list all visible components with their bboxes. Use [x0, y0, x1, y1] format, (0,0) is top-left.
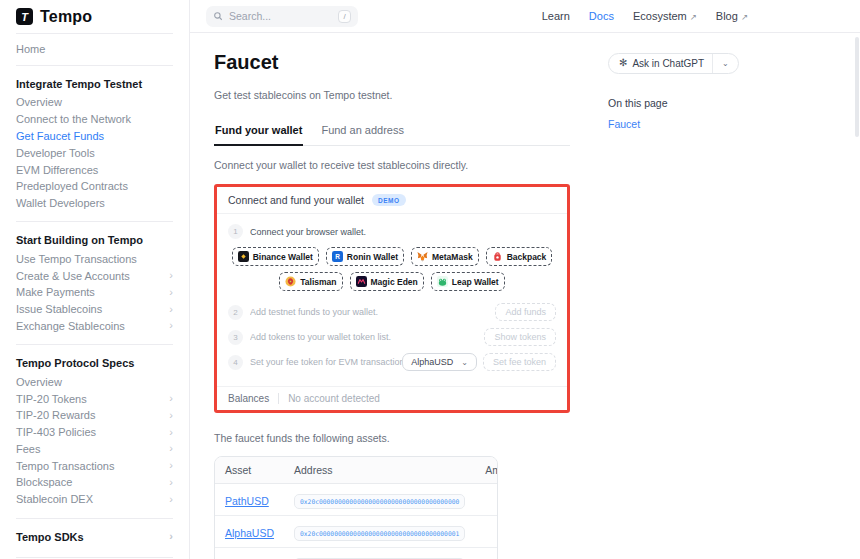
sidebar-item-label: Fees — [16, 443, 40, 455]
sidebar-item-evm-differences[interactable]: EVM Differences — [16, 161, 173, 178]
sidebar-item-predeployed-contracts[interactable]: Predeployed Contracts — [16, 178, 173, 195]
brand-logo[interactable]: T Tempo — [0, 0, 189, 33]
scrollbar[interactable] — [855, 37, 859, 137]
chevron-right-icon: › — [169, 477, 173, 488]
sidebar-item-label: TIP-20 Rewards — [16, 409, 95, 421]
sidebar-item-stablecoin-dex[interactable]: Stablecoin DEX› — [16, 491, 173, 508]
address-code: 0x20c00000000000000000000000000000000000… — [294, 494, 465, 509]
on-this-page-title: On this page — [608, 97, 739, 109]
sidebar-item-label: Stablecoin DEX — [16, 493, 93, 505]
topnav-learn[interactable]: Learn — [542, 10, 570, 22]
column-header-address: Address — [284, 457, 475, 484]
add-funds-button[interactable]: Add funds — [495, 303, 556, 321]
sidebar-item-developer-tools[interactable]: Developer Tools — [16, 144, 173, 161]
topnav-ecosystem[interactable]: Ecosystem↗ — [633, 10, 697, 22]
wallet-button-label: Backpack — [507, 252, 547, 262]
asset-link-alphausd[interactable]: AlphaUSD — [225, 527, 274, 539]
chevron-right-icon: › — [169, 287, 173, 298]
balances-label[interactable]: Balances — [228, 393, 269, 404]
search-input[interactable]: Search... / — [206, 6, 358, 27]
sidebar-section-title-tempo-sdks[interactable]: Tempo SDKs› — [16, 528, 173, 547]
step-text: Connect your browser wallet. — [250, 227, 556, 237]
ask-button-label: Ask in ChatGPT — [632, 58, 704, 69]
tab-fund-your-wallet[interactable]: Fund your wallet — [214, 119, 303, 146]
chevron-right-icon: › — [169, 494, 173, 505]
wallet-button-metamask[interactable]: MetaMask — [411, 247, 479, 266]
tab-bar: Fund your walletFund an address — [214, 119, 570, 146]
sidebar-item-use-tempo-transactions[interactable]: Use Tempo Transactions — [16, 250, 173, 267]
amount-cell: 1M — [475, 484, 498, 516]
page-title: Faucet — [214, 51, 570, 74]
chevron-right-icon: › — [169, 320, 173, 331]
chevron-right-icon: › — [169, 531, 173, 542]
step-number: 1 — [228, 224, 243, 239]
sidebar-item-label: TIP-403 Policies — [16, 426, 96, 438]
wallet-button-magic-eden[interactable]: Magic Eden — [350, 272, 424, 291]
topnav-blog[interactable]: Blog↗ — [716, 10, 748, 22]
tab-hint: Connect your wallet to receive test stab… — [214, 159, 570, 171]
page-subtitle: Get test stablecoins on Tempo testnet. — [214, 89, 570, 101]
wallet-button-ronin-wallet[interactable]: RRonin Wallet — [326, 247, 404, 266]
table-intro: The faucet funds the following assets. — [214, 432, 570, 444]
fee-token-select[interactable]: AlphaUSD⌄ — [402, 353, 477, 371]
external-link-icon: ↗ — [741, 12, 748, 22]
wallet-button-label: MetaMask — [432, 252, 473, 262]
sidebar-item-wallet-developers[interactable]: Wallet Developers — [16, 195, 173, 212]
address-code: 0x20c00000000000000000000000000000000000… — [294, 526, 465, 541]
wallet-button-talisman[interactable]: Talisman — [279, 272, 342, 291]
wallet-button-label: Magic Eden — [371, 277, 418, 287]
sidebar-item-home[interactable]: Home — [0, 34, 189, 65]
sidebar-item-overview[interactable]: Overview — [16, 373, 173, 390]
wallet-button-backpack[interactable]: Backpack — [486, 247, 553, 266]
column-header-asset: Asset — [215, 457, 284, 484]
toc-link-faucet[interactable]: Faucet — [608, 118, 739, 130]
sidebar-item-connect-to-the-network[interactable]: Connect to the Network — [16, 111, 173, 128]
sidebar-item-overview[interactable]: Overview — [16, 94, 173, 111]
sidebar-item-create-use-accounts[interactable]: Create & Use Accounts› — [16, 267, 173, 284]
toc-links: Faucet — [608, 118, 739, 130]
wallet-button-binance-wallet[interactable]: Binance Wallet — [232, 247, 319, 266]
step-text: Add tokens to your wallet token list. — [250, 332, 484, 342]
sidebar-item-tip-20-rewards[interactable]: TIP-20 Rewards› — [16, 407, 173, 424]
wallet-button-group: Binance WalletRRonin WalletMetaMaskBackp… — [228, 247, 556, 291]
topnav-docs[interactable]: Docs — [589, 10, 614, 22]
fee-token-select-value: AlphaUSD — [411, 357, 453, 367]
set-fee-token-button[interactable]: Set fee token — [483, 353, 556, 371]
sidebar-item-tempo-transactions[interactable]: Tempo Transactions› — [16, 457, 173, 474]
column-header-amount: Amount — [475, 457, 498, 484]
right-rail: ✻ Ask in ChatGPT ⌄ On this page Faucet — [608, 51, 739, 559]
tab-fund-an-address[interactable]: Fund an address — [320, 119, 405, 145]
wallet-button-leap-wallet[interactable]: Leap Wallet — [431, 272, 505, 291]
asset-cell: BetaUSD — [215, 548, 284, 559]
asset-link-pathusd[interactable]: PathUSD — [225, 495, 269, 507]
section-title-label: Start Building on Tempo — [16, 234, 143, 246]
talisman-icon — [285, 276, 296, 287]
sidebar-item-label: Connect to the Network — [16, 113, 131, 125]
step-2-row: 2Add testnet funds to your wallet.Add fu… — [228, 303, 556, 321]
sidebar-item-label: Developer Tools — [16, 147, 95, 159]
sidebar-item-get-faucet-funds[interactable]: Get Faucet Funds — [16, 128, 173, 145]
chevron-right-icon: › — [169, 443, 173, 454]
sidebar-item-make-payments[interactable]: Make Payments› — [16, 284, 173, 301]
topbar: Search... / LearnDocsEcosystem↗Blog↗ — [190, 0, 860, 33]
sidebar-item-blockspace[interactable]: Blockspace› — [16, 474, 173, 491]
chevron-down-icon[interactable]: ⌄ — [713, 54, 738, 73]
ask-in-chatgpt-button[interactable]: ✻ Ask in ChatGPT ⌄ — [608, 53, 739, 74]
widget-body: 1 Connect your browser wallet. Binance W… — [217, 214, 567, 386]
sidebar-item-tip-403-policies[interactable]: TIP-403 Policies› — [16, 424, 173, 441]
sidebar-item-exchange-stablecoins[interactable]: Exchange Stablecoins› — [16, 318, 173, 335]
step-text: Set your fee token for EVM transactions. — [250, 357, 402, 367]
show-tokens-button[interactable]: Show tokens — [484, 328, 556, 346]
demo-badge: DEMO — [372, 194, 406, 206]
sidebar-nav: Integrate Tempo TestnetOverviewConnect t… — [0, 65, 189, 559]
openai-icon: ✻ — [619, 58, 627, 68]
step-number: 4 — [228, 355, 243, 370]
sidebar-section-tempo-sdks: Tempo SDKs› — [0, 519, 189, 557]
sidebar-item-label: Make Payments — [16, 286, 95, 298]
sidebar-item-issue-stablecoins[interactable]: Issue Stablecoins› — [16, 301, 173, 318]
sidebar-item-fees[interactable]: Fees› — [16, 441, 173, 458]
sidebar-item-label: EVM Differences — [16, 164, 98, 176]
sidebar-section-title-tempo-protocol-specs: Tempo Protocol Specs — [16, 354, 173, 373]
step-1-row: 1 Connect your browser wallet. — [228, 223, 556, 240]
sidebar-item-tip-20-tokens[interactable]: TIP-20 Tokens› — [16, 390, 173, 407]
